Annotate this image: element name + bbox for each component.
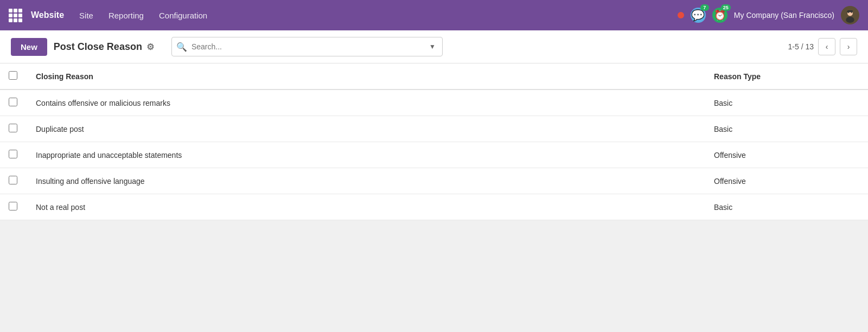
reason-type-cell: Offensive [705,168,868,194]
select-all-th [0,63,27,90]
reason-type-cell: Basic [705,90,868,116]
table-row: Not a real post Basic [0,194,868,220]
top-nav: Site Reporting Configuration [73,8,673,23]
row-checkbox-0[interactable] [9,98,17,106]
settings-gear-icon[interactable]: ⚙ [146,42,154,52]
closing-reason-header: Closing Reason [27,63,705,90]
pagination: 1-5 / 13 ‹ › [788,38,857,55]
table-row: Insulting and offensive language Offensi… [0,168,868,194]
prev-page-button[interactable]: ‹ [818,38,835,55]
table-row: Contains offensive or malicious remarks … [0,90,868,116]
nav-configuration[interactable]: Configuration [152,8,214,23]
nav-site[interactable]: Site [73,8,100,23]
select-all-checkbox[interactable] [9,71,17,80]
status-dot [678,12,684,18]
clock-icon: ⏰ [714,9,726,21]
nav-reporting[interactable]: Reporting [102,8,150,23]
row-checkbox-cell [0,90,27,116]
svg-rect-5 [847,10,853,12]
row-checkbox-cell [0,194,27,220]
svg-rect-6 [847,11,848,12]
next-page-button[interactable]: › [840,38,857,55]
page-title-text: Post Close Reason [54,41,142,53]
topbar-right: 💬 7 ⏰ 25 My Company (San Francisco) [678,6,859,24]
row-checkbox-2[interactable] [9,150,17,158]
row-checkbox-4[interactable] [9,202,17,210]
new-button[interactable]: New [11,38,47,56]
clock-badge-count: 25 [721,4,731,11]
search-input[interactable] [187,42,427,51]
table-row: Duplicate post Basic [0,116,868,142]
clock-badge-icon[interactable]: ⏰ 25 [712,8,727,23]
reason-type-header: Reason Type [705,63,868,90]
closing-reason-cell[interactable]: Contains offensive or malicious remarks [27,90,705,116]
row-checkbox-cell [0,142,27,168]
table-container: Closing Reason Reason Type Contains offe… [0,63,868,220]
reason-type-cell: Basic [705,194,868,220]
row-checkbox-cell [0,168,27,194]
search-dropdown-icon[interactable]: ▼ [427,43,438,50]
page-title-container: Post Close Reason ⚙ [54,41,154,53]
toolbar: New Post Close Reason ⚙ 🔍 ▼ 1-5 / 13 ‹ › [0,30,868,63]
chat-badge-count: 7 [700,4,709,11]
close-reasons-table: Closing Reason Reason Type Contains offe… [0,63,868,220]
closing-reason-cell[interactable]: Insulting and offensive language [27,168,705,194]
table-body: Contains offensive or malicious remarks … [0,90,868,220]
search-bar: 🔍 ▼ [171,37,443,56]
reason-type-cell: Offensive [705,142,868,168]
search-icon: 🔍 [176,42,187,52]
closing-reason-cell[interactable]: Duplicate post [27,116,705,142]
table-header-row: Closing Reason Reason Type [0,63,868,90]
row-checkbox-3[interactable] [9,176,17,184]
table-row: Inappropriate and unacceptable statement… [0,142,868,168]
topbar: Website Site Reporting Configuration 💬 7… [0,0,868,30]
avatar[interactable] [841,6,859,24]
closing-reason-cell[interactable]: Not a real post [27,194,705,220]
row-checkbox-1[interactable] [9,124,17,132]
svg-point-2 [846,17,854,23]
company-name: My Company (San Francisco) [734,11,834,20]
app-name[interactable]: Website [31,10,64,20]
reason-type-cell: Basic [705,116,868,142]
chat-badge-icon[interactable]: 💬 7 [691,8,706,23]
row-checkbox-cell [0,116,27,142]
closing-reason-cell[interactable]: Inappropriate and unacceptable statement… [27,142,705,168]
pagination-text: 1-5 / 13 [788,42,814,51]
apps-grid-icon[interactable] [9,9,22,22]
